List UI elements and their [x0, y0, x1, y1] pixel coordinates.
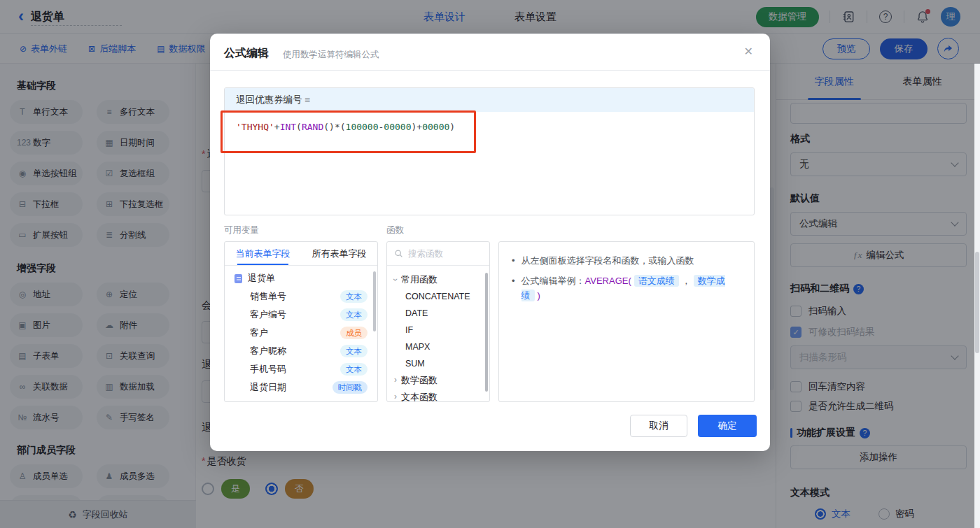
function-search [387, 242, 489, 266]
variable-root-name: 退货单 [248, 272, 368, 285]
tips-body: •从左侧面板选择字段名和函数，或输入函数•公式编辑举例：AVERAGE(语文成绩… [499, 242, 754, 320]
functions-label: 函数 [386, 224, 404, 236]
variables-list: 退货单销售单号文本客户编号文本客户成员客户昵称文本手机号码文本退货日期时间戳 [225, 266, 377, 397]
functions-scrollbar[interactable] [485, 273, 488, 392]
form-doc-icon [234, 274, 242, 283]
scrollbar-thumb[interactable] [975, 252, 979, 353]
tip-text: 公式编辑举例：AVERAGE(语文成绩，数学成绩) [522, 273, 741, 303]
tip-segment: AVERAGE( [585, 276, 631, 286]
variables-tab-all-form-fields[interactable]: 所有表单字段 [301, 242, 377, 265]
formula-editor: 退回优惠券编号 = 'THYHQ'+INT(RAND()*(100000-000… [224, 87, 755, 215]
function-group-math-functions[interactable]: ›数学函数 [387, 372, 489, 389]
formula-token: + [274, 122, 280, 132]
type-badge: 文本 [340, 308, 368, 321]
type-badge: 时间戳 [332, 381, 368, 394]
variables-panel: 当前表单字段所有表单字段 退货单销售单号文本客户编号文本客户成员客户昵称文本手机… [224, 241, 378, 402]
function-item-sum[interactable]: SUM [387, 355, 489, 372]
variable-name: 客户编号 [250, 308, 340, 321]
search-icon [394, 249, 403, 258]
chevron-icon: › [394, 392, 397, 401]
formula-token: ) [449, 122, 455, 132]
formula-token: INT [280, 122, 296, 132]
tip-segment: 公式编辑举例： [522, 276, 585, 286]
confirm-button[interactable]: 确定 [698, 415, 757, 437]
chevron-icon: › [391, 278, 400, 281]
formula-token: + [416, 122, 422, 132]
function-item-date[interactable]: DATE [387, 305, 489, 322]
tip: •从左侧面板选择字段名和函数，或输入函数 [512, 253, 741, 268]
function-group-label: 文本函数 [401, 391, 438, 402]
variable-name: 销售单号 [250, 290, 340, 303]
function-group-text-functions[interactable]: ›文本函数 [387, 389, 489, 402]
app-root: ‹ 退货单 表单设计表单设置 数据管理 ? 理 ⊘表单外链⊠后端脚本▤数据权限 … [0, 0, 980, 528]
tip-segment: 从左侧面板选择字段名和函数，或输入函数 [522, 255, 694, 266]
variables-scrollbar[interactable] [373, 271, 376, 331]
formula-token: 'THYHQ' [236, 122, 274, 132]
variable-name: 手机号码 [250, 363, 340, 376]
function-item-concatenate[interactable]: CONCATENATE [387, 288, 489, 305]
formula-token: ( [296, 122, 302, 132]
bullet-icon: • [512, 273, 515, 303]
tip-segment: ) [538, 290, 540, 301]
formula-target: 退回优惠券编号 = [225, 88, 754, 112]
tips-panel: •从左侧面板选择字段名和函数，或输入函数•公式编辑举例：AVERAGE(语文成绩… [498, 241, 755, 402]
function-search-input[interactable] [408, 249, 478, 259]
formula-token: 100000 [346, 122, 379, 132]
functions-panel: ›常用函数CONCATENATEDATEIFMAPXSUM›数学函数›文本函数 [386, 241, 490, 402]
divider [210, 70, 770, 71]
type-badge: 文本 [340, 363, 368, 376]
formula-token: RAND [302, 122, 323, 132]
variables-label: 可用变量 [224, 224, 259, 236]
function-group-label: 数学函数 [401, 374, 438, 387]
formula-token: 00000 [384, 122, 411, 132]
type-badge: 文本 [340, 345, 368, 357]
modal-subtitle: 使用数学运算符编辑公式 [283, 49, 379, 61]
variable-name: 客户 [250, 327, 340, 339]
variables-tab-current-form-fields[interactable]: 当前表单字段 [225, 242, 301, 265]
variables-tabs: 当前表单字段所有表单字段 [225, 242, 377, 266]
variable-customer-no[interactable]: 客户编号文本 [225, 306, 377, 324]
variable-customer[interactable]: 客户成员 [225, 324, 377, 342]
formula-editor-modal: 公式编辑 使用数学运算符编辑公式 ✕ 退回优惠券编号 = 'THYHQ'+INT… [210, 34, 770, 451]
variable-sales-order-no[interactable]: 销售单号文本 [225, 287, 377, 306]
field-chip: 语文成绩 [634, 275, 679, 287]
tip: •公式编辑举例：AVERAGE(语文成绩，数学成绩) [512, 273, 741, 303]
function-item-mapx[interactable]: MAPX [387, 338, 489, 355]
variable-name: 退货日期 [250, 381, 332, 394]
page-scrollbar[interactable] [974, 64, 980, 528]
modal-title: 公式编辑 [224, 46, 269, 61]
bullet-icon: • [512, 253, 515, 268]
formula-token: 00000 [422, 122, 449, 132]
variable-phone-number[interactable]: 手机号码文本 [225, 360, 377, 378]
function-tree: ›常用函数CONCATENATEDATEIFMAPXSUM›数学函数›文本函数 [387, 266, 489, 402]
variable-root[interactable]: 退货单 [225, 269, 377, 287]
formula-code-input[interactable]: 'THYHQ'+INT(RAND()*(100000-00000)+00000) [225, 112, 754, 142]
chevron-icon: › [394, 375, 397, 385]
function-group-common-functions[interactable]: ›常用函数 [387, 271, 489, 288]
variable-return-date[interactable]: 退货日期时间戳 [225, 378, 377, 397]
formula-token: ()*( [323, 122, 345, 132]
cancel-button[interactable]: 取消 [630, 415, 687, 437]
type-badge: 文本 [340, 290, 368, 303]
tip-segment: ， [682, 276, 691, 286]
variable-name: 客户昵称 [250, 345, 340, 357]
close-icon[interactable]: ✕ [744, 45, 753, 58]
function-item-if[interactable]: IF [387, 322, 489, 338]
tip-text: 从左侧面板选择字段名和函数，或输入函数 [522, 253, 694, 268]
variable-customer-nickname[interactable]: 客户昵称文本 [225, 342, 377, 360]
function-group-label: 常用函数 [401, 273, 438, 286]
type-badge: 成员 [340, 327, 368, 339]
